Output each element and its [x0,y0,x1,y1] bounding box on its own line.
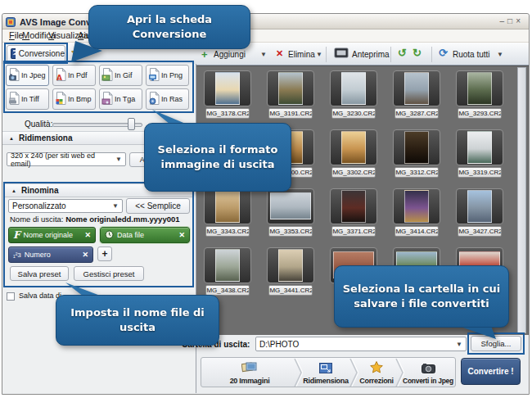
resize-preset-dropdown[interactable]: 320 x 240 (per siti web ed email) ▼ [7,152,126,166]
thumbnail-tile[interactable] [393,70,440,106]
thumbnail-photo [341,131,366,164]
format-button-in-gif[interactable]: In Gif [99,65,142,86]
workflow-bar: 20 ImmaginiRidimensionaCorrezioniConvert… [201,357,456,387]
thumbnail-photo [278,249,303,282]
thumbnail-tile[interactable] [393,129,440,165]
format-button-in-pdf[interactable]: AIn Pdf [52,65,96,86]
jpeg-file-icon [8,68,20,83]
thumbnail-tile[interactable] [456,188,503,224]
callout-text: Seleziona il formato immagine di uscita [144,123,291,192]
thumbnail-tile[interactable] [393,188,440,224]
bmp-file-icon [55,92,67,106]
tab-conversione[interactable]: Conversione [7,45,65,62]
resize-preset-value: 320 x 240 (per siti web ed email) [11,152,115,168]
format-label: In Png [161,71,183,79]
conversione-tab-icon [11,48,16,59]
format-button-in-tga[interactable]: In Tga [99,88,142,110]
format-button-in-png[interactable]: In Png [146,65,189,86]
manage-preset-button[interactable]: Gestisci preset [74,266,144,281]
tiff-file-icon [8,92,20,106]
window-controls: –□× [500,16,524,25]
minimize-button[interactable]: – [500,16,508,25]
thumbnail-tile[interactable] [330,188,377,224]
callout-text: Apri la scheda Conversione [88,5,250,49]
add-icon: + [201,48,208,61]
thumbnail-tile[interactable] [330,129,377,165]
rename-tag-nome-originale[interactable]: FNome originale✕ [8,227,96,243]
step-converti-in-jpeg[interactable]: Converti in Jpeg [399,358,457,387]
remove-tag-icon[interactable]: ✕ [84,231,91,239]
delete-dropdown-arrow[interactable]: ▼ [316,51,322,58]
rename-tag-numero[interactable]: ₁²3Numero✕ [8,246,93,263]
remove-tag-icon[interactable]: ✕ [82,251,88,259]
thumbnail-filename: IMG_3441.CR2 [268,285,313,296]
rename-tag-data-file[interactable]: Data file✕ [100,227,190,243]
quality-slider-handle[interactable] [128,118,135,130]
png-file-icon [148,68,160,83]
delete-button[interactable]: Elimina [288,50,315,59]
vertical-scrollbar[interactable] [517,67,526,333]
thumbnail-filename: IMG_3353.CR2 [268,226,313,237]
output-name-value: Nome originaledd.mm.yyyy001 [65,215,179,224]
maximize-button[interactable]: □ [507,16,516,25]
thumbnail-photo [215,72,240,105]
toolbar-separator [326,47,327,62]
thumbnail-tile[interactable] [204,188,251,224]
thumbnail-tile[interactable] [267,70,314,106]
thumbnail-tile[interactable] [330,70,377,106]
thumbnail-tile[interactable] [204,70,251,106]
convert-button[interactable]: Convertire ! [461,358,521,385]
number-123-icon: ₁²3 [13,251,21,259]
thumbnail-tile[interactable] [267,247,314,283]
thumbnail-tile[interactable] [456,129,503,165]
thumbnail-photo [278,72,303,105]
step-20-immagini[interactable]: 20 Immagini [201,358,298,387]
save-preset-button[interactable]: Salva preset [10,266,69,281]
step-ridimensiona[interactable]: Ridimensiona [298,358,354,387]
format-button-in-tiff[interactable]: In Tiff [6,88,49,110]
callout-select-folder: Seleziona la cartella in cui salvare i f… [334,265,509,328]
rotate-all-button[interactable]: Ruota tutti [453,50,490,59]
rotate-all-dropdown-arrow[interactable]: ▼ [497,51,503,58]
format-label: In Tiff [21,95,39,103]
rename-simple-button[interactable]: << Semplice [126,198,190,214]
thumbnail-filename: IMG_3293.CR2 [458,108,502,119]
add-tag-button[interactable]: + [97,246,112,261]
thumbnail-photo [341,190,366,223]
thumbnail-photo [404,131,429,164]
format-button-in-bmp[interactable]: In Bmp [52,88,96,110]
thumbnail-photo [467,190,492,223]
collapse-arrow-icon: ▲ [11,188,16,193]
tga-file-icon [101,92,114,106]
format-button-in-jpeg[interactable]: In Jpeg [6,65,49,86]
save-date-checkbox[interactable] [7,292,15,301]
thumbnail-tile[interactable] [456,70,503,106]
svg-text:A: A [56,74,62,81]
format-label: In Gif [115,71,133,79]
add-dropdown-arrow[interactable]: ▼ [260,51,267,58]
thumbnail-photo [215,249,240,282]
tag-label: Numero [25,251,51,259]
thumbnail-tile[interactable] [204,247,251,283]
thumbnail-filename: IMG_3427.CR2 [458,226,502,237]
app-icon [6,16,17,27]
camera-icon [422,362,435,377]
close-button[interactable]: × [516,16,524,25]
chevron-down-icon: ▼ [115,156,122,163]
rotate-right-icon[interactable]: ↻ [413,47,422,59]
rotate-left-icon[interactable]: ↺ [398,47,407,59]
step-correzioni[interactable]: Correzioni [354,358,399,387]
callout-set-name: Imposta il nome file di uscita [56,295,219,346]
rename-mode-dropdown[interactable]: Personalizzato ▼ [8,199,123,213]
output-folder-dropdown[interactable]: D:\PHOTO ▼ [255,337,467,351]
format-label: In Pdf [68,71,88,79]
thumbnail-tile[interactable] [267,188,314,224]
remove-tag-icon[interactable]: ✕ [178,231,185,239]
add-button[interactable]: Aggiungi [214,50,246,59]
preview-button[interactable]: Anteprima [352,50,390,59]
format-button-in-ras[interactable]: In Ras [146,88,189,110]
thumbnail-photo [404,190,429,223]
thumbnail-photo [215,190,240,223]
ras-file-icon [148,92,160,106]
rename-mode-value: Personalizzato [12,201,66,210]
